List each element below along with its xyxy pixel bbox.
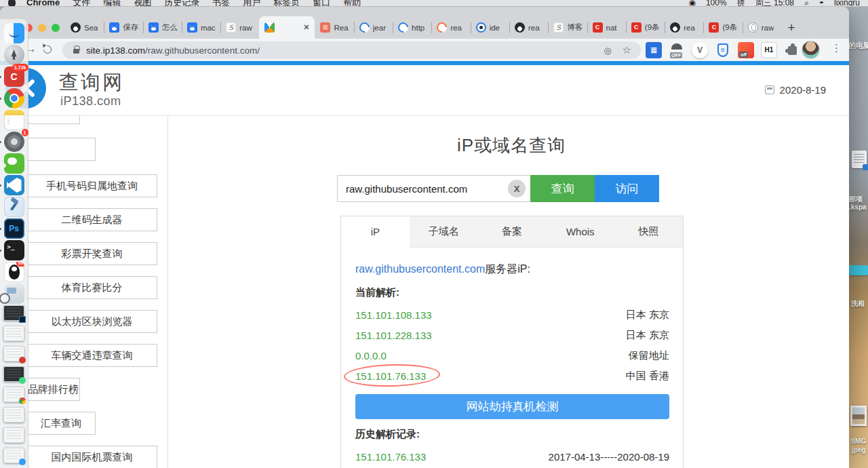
menubar-status-item[interactable]: 周三 15:08 <box>755 0 794 7</box>
vue-devtools-extension-icon[interactable]: V <box>692 42 708 58</box>
menubar-status-item[interactable]: ◓ <box>819 0 824 7</box>
dock-minimized-window[interactable] <box>3 407 24 423</box>
dock-minimized-window[interactable] <box>3 326 24 341</box>
ip-address-link[interactable]: 0.0.0.0 <box>355 350 387 362</box>
dock-system-preferences-icon[interactable]: 1 <box>4 132 24 152</box>
result-tab[interactable]: iP <box>341 216 410 247</box>
minimize-window-button[interactable] <box>38 24 46 32</box>
h1-extension-icon[interactable]: H1 <box>761 42 777 58</box>
tab-baidu[interactable]: mac ✕ <box>182 16 220 39</box>
tab-loading[interactable]: rea ✕ <box>431 16 470 39</box>
result-tab[interactable]: Whois <box>546 216 614 247</box>
dock-minimized-window[interactable] <box>3 387 24 402</box>
new-tab-button[interactable]: + <box>781 16 802 39</box>
tab-csdn[interactable]: C (9条 ✕ <box>626 16 665 39</box>
menubar-status-item[interactable]: 100% <box>706 0 727 7</box>
ssl-lock-icon[interactable] <box>73 49 79 54</box>
tab-baidu[interactable]: 怎么 ✕ <box>143 16 182 39</box>
dock-xcode-icon[interactable] <box>4 197 24 217</box>
desktop-folder-icon[interactable] <box>849 265 868 275</box>
menubar-status-item[interactable]: ⌕ <box>804 0 809 7</box>
reload-button[interactable] <box>42 44 54 56</box>
ip-location: 日本 东京 <box>626 329 669 342</box>
hat-off-extension-icon[interactable]: OFF <box>669 42 685 58</box>
result-tab[interactable]: 快照 <box>614 216 683 247</box>
result-tab[interactable]: 子域名 <box>410 216 478 247</box>
apple-menu-icon[interactable] <box>8 0 16 7</box>
menubar-item[interactable]: 历史记录 <box>164 0 199 7</box>
tab-blog[interactable]: S 博客 ✕ <box>548 16 587 39</box>
dock-launchpad-icon[interactable] <box>4 45 24 65</box>
dock-photoshop-icon[interactable]: Ps <box>4 218 24 239</box>
ip-address-link[interactable]: 151.101.228.133 <box>355 330 432 341</box>
tab-jianshu[interactable]: 简 Rea ✕ <box>315 16 353 39</box>
visit-button[interactable]: 访问 <box>595 175 659 202</box>
menubar-status-item[interactable]: ◉ <box>688 0 695 7</box>
profile-avatar[interactable] <box>802 41 820 59</box>
menubar-item[interactable]: 用户 <box>243 0 260 7</box>
dock-minimized-window[interactable] <box>3 346 24 362</box>
menubar-item[interactable]: 视图 <box>134 0 151 7</box>
bookmark-star-icon[interactable]: ☆ <box>623 44 631 56</box>
tab-globe[interactable]: raw ✕ <box>743 16 781 39</box>
dock-minimized-window[interactable] <box>3 366 24 382</box>
dock-qq-icon[interactable]: 99+ <box>4 262 24 282</box>
tab-ip138-active[interactable]: ✕ <box>259 16 315 39</box>
send-to-device-icon[interactable]: ◎ <box>604 45 611 56</box>
dock-vscode-icon[interactable] <box>4 175 24 195</box>
tab-github-blue[interactable]: ide ✕ <box>471 16 509 39</box>
menubar-item[interactable]: Chrome <box>26 0 60 7</box>
clear-input-icon[interactable]: X <box>508 180 526 197</box>
tab-blog[interactable]: S raw ✕ <box>220 16 259 39</box>
result-tab[interactable]: 备案 <box>478 216 547 247</box>
dock-csdn-icon[interactable]: C 1.72k <box>4 66 24 87</box>
tab-loading[interactable]: jear ✕ <box>354 16 393 39</box>
menubar-item[interactable]: 帮助 <box>343 0 361 7</box>
tab-github[interactable]: Sea ✕ <box>65 16 104 39</box>
zoom-window-button[interactable] <box>52 24 60 32</box>
search-button[interactable]: 查询 <box>530 175 595 202</box>
tab-csdn[interactable]: C nat ✕ <box>587 16 626 39</box>
dock-notes-icon[interactable] <box>4 110 24 130</box>
menubar-status-item[interactable]: lixingru <box>834 0 860 7</box>
dock-terminal-icon[interactable]: >_ <box>4 240 24 260</box>
desktop-image-icon[interactable] <box>850 406 867 426</box>
menubar-item[interactable]: 书签 <box>212 0 230 7</box>
dock-wechat-icon[interactable] <box>4 153 24 174</box>
dock-minimized-window[interactable] <box>3 305 24 321</box>
tab-github[interactable]: rea ✕ <box>509 16 548 39</box>
menubar-status-item[interactable]: 拼 <box>737 0 745 7</box>
puzzle-extensions-icon[interactable] <box>784 42 800 58</box>
dock-minimized-window[interactable] <box>3 448 24 463</box>
menubar-item[interactable]: 标签页 <box>273 0 300 7</box>
tab-close-icon[interactable]: ✕ <box>303 23 309 32</box>
shield-extension-icon[interactable]: ≡ <box>715 42 731 58</box>
domain-link[interactable]: raw.githubusercontent.com <box>355 263 485 275</box>
calendar-icon <box>765 85 774 94</box>
dock-minimized-window[interactable] <box>3 427 24 443</box>
tab-baidu[interactable]: 保存 ✕ <box>104 16 142 39</box>
ip-address-link[interactable]: 151.101.76.133 <box>355 451 426 463</box>
browser-menu-icon[interactable]: ⋮ <box>831 42 842 54</box>
query-input[interactable] <box>337 175 530 202</box>
menubar-item[interactable]: 窗口 <box>313 0 330 7</box>
dock-preview-icon[interactable] <box>4 284 24 304</box>
dock-chrome-icon[interactable] <box>4 88 24 109</box>
hijack-check-button[interactable]: 网站劫持真机检测 <box>355 394 669 419</box>
menubar-item[interactable]: 编辑 <box>103 0 121 7</box>
tab-csdn[interactable]: C (9条 ✕ <box>703 16 742 39</box>
address-bar[interactable]: site.ip138.com/raw.githubusercontent.com… <box>62 41 641 59</box>
tab-favicon: S <box>226 22 236 33</box>
tab-title: (9条 <box>722 22 737 33</box>
red-off-extension-icon[interactable]: off <box>738 42 754 58</box>
tab-loading[interactable]: http ✕ <box>393 16 431 39</box>
ip-address-link[interactable]: 151.101.108.133 <box>355 309 432 321</box>
desktop-file-icon[interactable] <box>852 151 867 168</box>
url-host: site.ip138.com <box>86 45 145 56</box>
tab-github[interactable]: rea ✕ <box>665 16 703 39</box>
dock-finder-icon[interactable] <box>4 23 24 43</box>
tab-favicon <box>435 20 449 35</box>
menubar-item[interactable]: 文件 <box>73 0 90 7</box>
blue-docs-extension-icon[interactable]: ≣ <box>646 42 662 58</box>
tab-favicon <box>109 22 119 33</box>
